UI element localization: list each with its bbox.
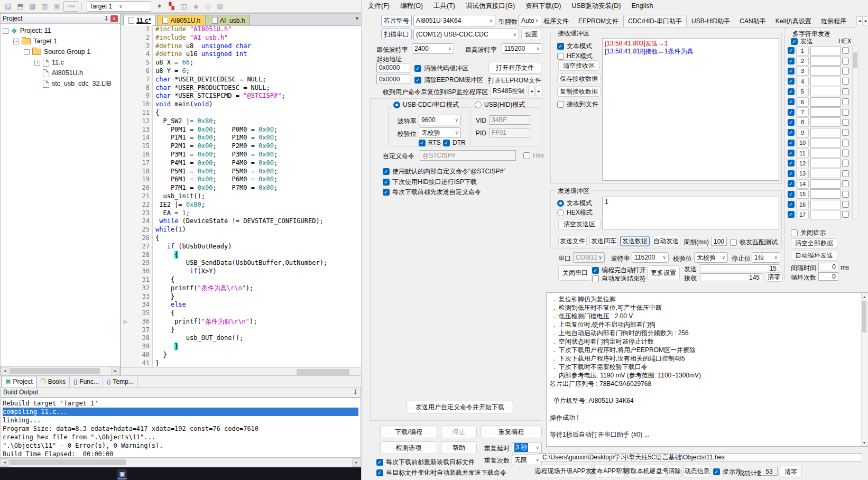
row-number-button[interactable]: 14	[796, 179, 809, 189]
chip-model-button[interactable]: 芯片型号	[381, 15, 412, 26]
row-number-button[interactable]: 8	[796, 117, 809, 127]
close-port-button[interactable]: 关闭串口	[558, 265, 592, 281]
row-hex-checkbox[interactable]	[842, 68, 849, 75]
row-hex-checkbox[interactable]	[842, 150, 849, 156]
row-hex-checkbox[interactable]	[842, 119, 849, 126]
port-select[interactable]: COM12∨	[573, 252, 605, 263]
translate-file-icon[interactable]: ▤	[3, 2, 14, 11]
row-data-input[interactable]	[810, 107, 841, 117]
window-layout-icon[interactable]: ◫	[178, 2, 189, 11]
scroll-down-icon[interactable]: ▼	[862, 439, 867, 446]
usb-hid-mode-radio[interactable]: USB(HID)模式	[474, 100, 526, 109]
row-hex-checkbox[interactable]	[842, 211, 849, 218]
menu-item[interactable]: 文件(F)	[368, 2, 390, 11]
build-output-hscrollbar[interactable]: ◄ ►	[0, 458, 361, 466]
tree-item[interactable]: stc_usb_cdc_32.LIB	[1, 78, 120, 89]
use-default-cmd-checkbox[interactable]: 使用默认的内部自定义命令“@STCISP#”	[383, 167, 505, 176]
min-baud-select[interactable]: 2400∨	[412, 43, 454, 54]
row-data-input[interactable]	[810, 200, 841, 209]
clear-eeprom-checkbox[interactable]: 清除EEPROM缓冲区	[414, 76, 483, 85]
row-data-input[interactable]	[810, 128, 841, 137]
port-baud-select[interactable]: 115200∨	[632, 252, 669, 263]
row-number-button[interactable]: 7	[796, 107, 809, 117]
row-data-input[interactable]	[810, 117, 841, 127]
stop-button[interactable]: 停止	[441, 426, 477, 438]
row-number-button[interactable]: 1	[796, 46, 809, 56]
code-address-input[interactable]: 0x0000	[376, 63, 410, 72]
row-data-input[interactable]	[810, 169, 841, 178]
interval-input[interactable]: 0	[818, 263, 838, 271]
match-test-checkbox[interactable]: 收发匹配测试	[730, 238, 778, 247]
scroll-right-icon[interactable]: ►	[111, 367, 120, 375]
clear-receive-button[interactable]: 清空接收区	[558, 60, 599, 71]
stc-tab[interactable]: I/O口配置	[851, 15, 856, 27]
row-data-input[interactable]	[810, 159, 841, 168]
row-number-button[interactable]: 15	[796, 189, 809, 199]
editor-body[interactable]: ▷ 12345678910111213141516171819202122232…	[121, 25, 362, 368]
scroll-thumb[interactable]	[297, 369, 349, 375]
project-tree[interactable]: -Project: 11-Target 1-Source Group 1+11.…	[1, 25, 120, 366]
row-hex-checkbox[interactable]	[842, 109, 849, 116]
pin-count-select[interactable]: Auto∨	[519, 15, 541, 26]
debug-session-icon[interactable]: ▚	[166, 2, 177, 11]
row-send-checkbox[interactable]	[788, 170, 795, 177]
row-send-checkbox[interactable]	[788, 180, 795, 187]
mesh-icon[interactable]: ▦	[215, 2, 226, 11]
send-cmd-before-download-checkbox[interactable]: 每次下载前都先发送自定义命令	[383, 188, 481, 197]
recv-log[interactable]: [13:58:41.803]发送→1[13:58:41.818]接收←1条件为真	[602, 38, 779, 181]
row-send-checkbox[interactable]	[788, 98, 795, 105]
editor-tab[interactable]: AI8051U.h	[157, 15, 206, 25]
row-data-input[interactable]	[810, 149, 841, 158]
tree-item[interactable]: -Source Group 1	[1, 47, 120, 57]
expander-icon[interactable]: +	[34, 60, 40, 66]
row-number-button[interactable]: 17	[796, 210, 809, 219]
row-hex-checkbox[interactable]	[842, 47, 849, 54]
loop-count-input[interactable]: 0	[818, 272, 838, 281]
beep-checkbox[interactable]: 提示音	[713, 467, 742, 476]
download-program-button[interactable]: 下载/编程	[380, 426, 437, 438]
panel-tab-func[interactable]: {}Func...	[70, 376, 103, 387]
tab-scroll-right-icon[interactable]: ►	[863, 16, 868, 25]
reset-count-button[interactable]: 清零	[780, 466, 802, 477]
settings-button[interactable]: 设置	[521, 29, 541, 40]
row-send-checkbox[interactable]	[788, 88, 795, 95]
auto-send-button[interactable]: 自动发送	[652, 236, 680, 246]
dynamic-info-button[interactable]: 动态信息	[684, 465, 710, 477]
stc-tab[interactable]: 程序文件	[539, 15, 574, 27]
repeat-times-select[interactable]: 无限∨	[512, 455, 542, 465]
row-data-input[interactable]	[810, 66, 841, 76]
publish-app-help-button[interactable]: 发布APP帮助	[594, 465, 625, 477]
expander-icon[interactable]: -	[13, 39, 19, 44]
stc-tab[interactable]: USB-HID助手	[687, 15, 735, 27]
open-program-file-button[interactable]: 打开程序文件	[488, 62, 541, 73]
row-number-button[interactable]: 3	[796, 66, 809, 76]
expander-icon[interactable]: -	[3, 28, 8, 34]
row-number-button[interactable]: 10	[796, 138, 809, 147]
tree-item[interactable]: -Target 1	[1, 36, 120, 47]
custom-cmd-hex-checkbox[interactable]: Hex	[523, 152, 544, 159]
package-icon[interactable]: ◇	[202, 2, 214, 11]
rts-checkbox[interactable]: RTS	[419, 139, 441, 146]
scan-port-button[interactable]: 扫描串口	[381, 29, 412, 40]
read-disk-id-button[interactable]: 读取本机硬盘号	[627, 465, 666, 477]
auto-loop-send-button[interactable]: 自动循环发送	[791, 251, 837, 261]
row-number-button[interactable]: 5	[796, 87, 809, 96]
row-hex-checkbox[interactable]	[842, 98, 849, 105]
mode-parity-select[interactable]: 无校验∨	[419, 127, 461, 138]
scroll-left-icon[interactable]: ◄	[0, 458, 9, 467]
auto-load-on-change-checkbox[interactable]: 当目标文件变化时自动装载并发送下载命令	[376, 468, 506, 477]
stop-bit-select[interactable]: 1位∨	[752, 252, 780, 263]
more-settings-button[interactable]: 更多设置	[647, 265, 680, 280]
send-custom-and-download-button[interactable]: 发送用户自定义命令并开始下载	[407, 401, 513, 413]
scroll-thumb[interactable]	[10, 459, 126, 465]
row-number-button[interactable]: 13	[796, 169, 809, 178]
row-hex-checkbox[interactable]	[842, 191, 849, 198]
row-send-checkbox[interactable]	[788, 129, 795, 136]
row-data-input[interactable]	[810, 97, 841, 107]
row-data-input[interactable]	[810, 56, 841, 66]
rs485-control-button[interactable]: RS485控制	[490, 86, 527, 96]
rebuild-all-icon[interactable]: ▦	[27, 2, 38, 11]
clear-info-button[interactable]: 清除	[668, 465, 681, 477]
tree-item[interactable]: +11.c	[1, 57, 120, 68]
build-icon[interactable]: ⬒	[15, 2, 26, 11]
